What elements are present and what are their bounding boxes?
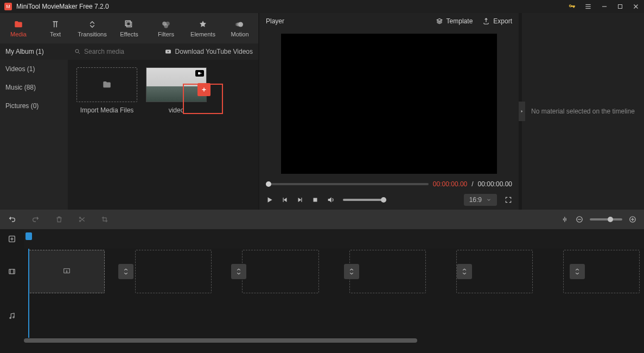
search-icon xyxy=(74,48,81,55)
time-current: 00:00:00.00 xyxy=(433,180,467,188)
video-track-icon xyxy=(0,268,24,275)
expand-panel-button[interactable] xyxy=(519,102,525,121)
undo-button[interactable] xyxy=(8,215,16,224)
stop-button[interactable] xyxy=(311,196,319,204)
transition-placeholder[interactable] xyxy=(457,264,472,279)
youtube-icon xyxy=(164,48,172,55)
folder-icon xyxy=(14,20,23,29)
title-bar: M MiniTool MovieMaker Free 7.2.0 xyxy=(0,0,644,13)
app-logo-icon: M xyxy=(4,3,12,10)
chevron-down-icon xyxy=(486,197,492,203)
export-icon xyxy=(482,17,490,25)
transition-placeholder[interactable] xyxy=(570,264,585,279)
transition-placeholder[interactable] xyxy=(231,264,246,279)
timeline-slot[interactable] xyxy=(28,250,105,293)
transitions-icon xyxy=(87,20,97,29)
aspect-ratio-select[interactable]: 16:9 xyxy=(464,194,497,206)
volume-slider[interactable] xyxy=(343,199,386,201)
playhead-line-audio xyxy=(28,294,29,338)
template-button[interactable]: Template xyxy=(436,17,473,25)
media-sidebar: Videos (1) Music (88) Pictures (0) xyxy=(0,60,68,210)
svg-rect-8 xyxy=(125,21,130,26)
timeline-scrollbar[interactable] xyxy=(0,338,644,343)
timeline-slot[interactable] xyxy=(349,250,426,293)
play-button[interactable] xyxy=(266,196,273,204)
import-label: Import Media Files xyxy=(80,106,134,114)
svg-point-15 xyxy=(75,49,79,53)
album-label[interactable]: My Album (1) xyxy=(0,48,68,55)
drop-media-icon xyxy=(62,267,72,276)
motion-icon xyxy=(235,20,245,29)
svg-point-22 xyxy=(79,217,80,218)
time-total: 00:00:00.00 xyxy=(478,180,512,188)
delete-button[interactable] xyxy=(55,215,63,224)
tab-text[interactable]: Text xyxy=(37,13,74,43)
svg-point-11 xyxy=(164,24,168,28)
zoom-slider[interactable] xyxy=(590,218,622,220)
volume-button[interactable] xyxy=(327,196,335,204)
transition-placeholder[interactable] xyxy=(344,264,359,279)
svg-point-23 xyxy=(79,220,80,222)
window-title: MiniTool MovieMaker Free 7.2.0 xyxy=(16,3,568,10)
elements-icon xyxy=(198,20,208,29)
prev-frame-button[interactable] xyxy=(281,196,289,204)
svg-rect-35 xyxy=(9,269,15,274)
no-selection-message: No material selected on the timeline xyxy=(531,108,635,115)
import-media-button[interactable]: Import Media Files xyxy=(76,67,137,114)
filters-icon xyxy=(161,20,171,29)
search-input[interactable] xyxy=(84,48,149,55)
svg-rect-18 xyxy=(198,72,200,74)
audio-toggle-button[interactable] xyxy=(562,215,569,224)
template-icon xyxy=(436,17,443,25)
redo-button[interactable] xyxy=(31,215,40,224)
effects-icon xyxy=(124,20,134,29)
svg-point-14 xyxy=(235,23,239,26)
transition-placeholder[interactable] xyxy=(118,264,133,279)
svg-point-40 xyxy=(13,317,14,318)
svg-line-16 xyxy=(79,53,80,54)
add-to-timeline-button[interactable] xyxy=(197,83,211,96)
clip-label: video xyxy=(169,106,184,114)
sidebar-item-videos[interactable]: Videos (1) xyxy=(0,60,68,78)
minimize-button[interactable] xyxy=(601,3,608,10)
svg-rect-21 xyxy=(314,198,317,202)
sidebar-item-pictures[interactable]: Pictures (0) xyxy=(0,97,68,115)
timeline-slot[interactable] xyxy=(135,250,212,293)
audio-track-icon xyxy=(0,312,24,320)
playback-progress[interactable] xyxy=(266,183,429,185)
tab-media[interactable]: Media xyxy=(0,13,37,43)
svg-point-39 xyxy=(10,317,11,318)
zoom-in-button[interactable] xyxy=(629,216,636,223)
tab-filters[interactable]: Filters xyxy=(148,13,184,43)
category-tabs: Media Text Transitions Effects Filters E… xyxy=(0,13,258,43)
fullscreen-button[interactable] xyxy=(505,196,512,204)
tab-transitions[interactable]: Transitions xyxy=(74,13,111,43)
media-clip[interactable]: video xyxy=(146,67,207,114)
player-preview xyxy=(281,34,497,174)
crop-button[interactable] xyxy=(101,216,109,223)
svg-rect-26 xyxy=(563,218,564,220)
svg-rect-7 xyxy=(127,22,132,27)
timeline-slot[interactable] xyxy=(242,250,318,293)
next-frame-button[interactable] xyxy=(296,196,304,204)
tab-motion[interactable]: Motion xyxy=(221,13,258,43)
split-button[interactable] xyxy=(78,215,86,224)
tab-elements[interactable]: Elements xyxy=(184,13,221,43)
text-icon xyxy=(50,20,60,29)
export-button[interactable]: Export xyxy=(482,17,512,25)
key-icon[interactable] xyxy=(568,3,576,10)
playhead-line-video xyxy=(28,249,29,294)
close-button[interactable] xyxy=(632,3,640,10)
player-title: Player xyxy=(266,17,426,25)
download-youtube-button[interactable]: Download YouTube Videos xyxy=(164,48,258,55)
timeline[interactable] xyxy=(0,229,644,353)
svg-rect-25 xyxy=(566,218,566,221)
add-track-button[interactable] xyxy=(0,229,24,249)
tab-effects[interactable]: Effects xyxy=(111,13,148,43)
folder-add-icon xyxy=(101,80,113,90)
maximize-button[interactable] xyxy=(617,3,623,10)
properties-panel: No material selected on the timeline xyxy=(522,13,644,210)
zoom-out-button[interactable] xyxy=(576,216,583,223)
sidebar-item-music[interactable]: Music (88) xyxy=(0,78,68,97)
menu-icon[interactable] xyxy=(584,3,592,10)
